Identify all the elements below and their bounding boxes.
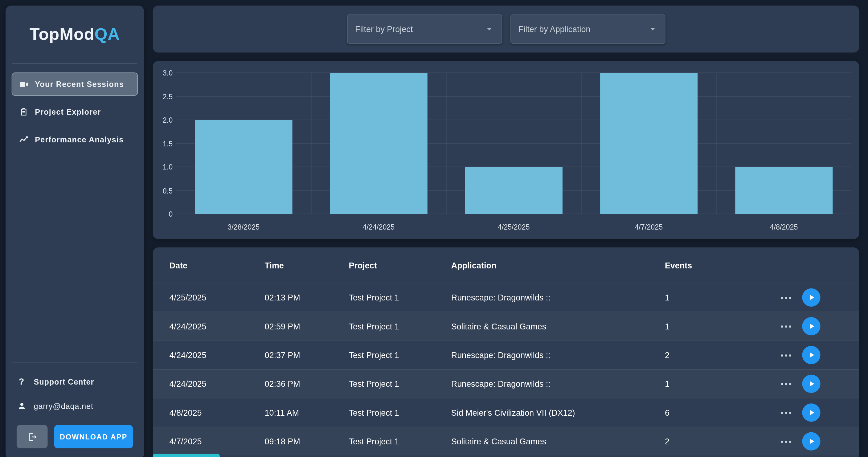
video-session-icon <box>19 79 29 89</box>
bar-4/7/2025 <box>600 73 697 214</box>
sidebar-item-project-explorer[interactable]: Project Explorer <box>12 100 138 123</box>
cell-project: Test Project 1 <box>349 350 451 360</box>
app-viewport: TopModQA Your Recent SessionsProject Exp… <box>0 0 868 457</box>
download-app-button[interactable]: DOWNLOAD APP <box>54 425 133 448</box>
cell-events: 1 <box>665 379 743 389</box>
cell-date: 4/24/2025 <box>169 350 265 360</box>
app-logo: TopModQA <box>5 5 144 63</box>
logout-icon <box>27 431 37 442</box>
sessions-table: DateTimeProjectApplicationEvents 4/25/20… <box>153 248 859 457</box>
play-session-button[interactable] <box>802 375 820 393</box>
sidebar-nav: Your Recent SessionsProject ExplorerPerf… <box>5 64 144 157</box>
cell-events: 1 <box>665 293 743 302</box>
table-header: DateTimeProjectApplicationEvents <box>153 248 859 283</box>
logo-text-qa: QA <box>95 25 120 44</box>
play-session-button[interactable] <box>802 288 820 306</box>
cell-events: 2 <box>665 350 743 360</box>
column-header-date: Date <box>169 260 265 270</box>
chart-plot-area <box>176 73 851 214</box>
sidebar-item-your-recent-sessions[interactable]: Your Recent Sessions <box>12 72 138 96</box>
table-row: 4/24/202502:36 PMTest Project 1Runescape… <box>153 369 859 398</box>
user-icon <box>17 401 27 411</box>
more-options-button[interactable]: ⋯ <box>780 320 792 332</box>
filter-by-application-dropdown[interactable]: Filter by Application <box>510 14 665 44</box>
cell-project: Test Project 1 <box>349 293 451 302</box>
cell-project: Test Project 1 <box>349 379 451 389</box>
sessions-bar-chart: 00.51.01.52.02.53.0 3/28/20254/24/20254/… <box>153 61 859 239</box>
logo-text-mod: Mod <box>60 25 94 44</box>
cell-time: 10:11 AM <box>265 408 349 418</box>
cell-application: Solitaire & Casual Games <box>451 437 665 446</box>
column-header-project: Project <box>349 260 451 270</box>
column-header-time: Time <box>265 260 349 270</box>
support-center-link[interactable]: ? Support Center <box>17 377 133 387</box>
bar-4/25/2025 <box>465 167 562 214</box>
table-row: 4/7/202509:18 PMTest Project 1Solitaire … <box>153 427 859 455</box>
sidebar-item-label: Performance Analysis <box>35 135 124 144</box>
chart-y-axis: 00.51.01.52.02.53.0 <box>153 73 173 214</box>
more-options-button[interactable]: ⋯ <box>780 406 792 419</box>
x-tick-label: 3/28/2025 <box>176 223 311 233</box>
cell-time: 02:13 PM <box>265 293 349 302</box>
x-tick-label: 4/25/2025 <box>446 223 581 233</box>
more-options-button[interactable]: ⋯ <box>780 349 792 361</box>
cell-project: Test Project 1 <box>349 321 451 331</box>
sidebar-item-label: Your Recent Sessions <box>35 80 124 89</box>
y-tick-label: 0 <box>168 210 173 219</box>
cell-application: Sid Meier's Civilization VII (DX12) <box>451 408 665 418</box>
cell-application: Solitaire & Casual Games <box>451 321 665 331</box>
cell-events: 6 <box>665 408 743 418</box>
row-actions: ⋯ <box>743 288 820 306</box>
sidebar-item-performance-analysis[interactable]: Performance Analysis <box>12 128 138 151</box>
play-icon <box>808 294 815 301</box>
chart-x-axis: 3/28/20254/24/20254/25/20254/7/20254/8/2… <box>176 223 851 233</box>
filter-project-label: Filter by Project <box>355 24 413 34</box>
play-icon <box>808 323 815 330</box>
cell-events: 1 <box>665 321 743 331</box>
row-actions: ⋯ <box>743 375 820 393</box>
sidebar-bottom-inner: ? Support Center garry@daqa.net DOWNLOAD… <box>5 362 144 457</box>
sidebar-item-label: Project Explorer <box>35 107 101 116</box>
filter-application-label: Filter by Application <box>519 24 591 34</box>
y-tick-label: 2.5 <box>163 93 173 101</box>
row-actions: ⋯ <box>743 317 820 335</box>
more-options-button[interactable]: ⋯ <box>780 378 792 390</box>
play-session-button[interactable] <box>802 317 820 335</box>
table-row: 4/24/202502:37 PMTest Project 1Runescape… <box>153 340 859 369</box>
chevron-down-icon <box>648 25 657 34</box>
play-icon <box>808 351 815 358</box>
more-options-button[interactable]: ⋯ <box>780 292 792 304</box>
sidebar: TopModQA Your Recent SessionsProject Exp… <box>5 5 144 457</box>
play-session-button[interactable] <box>802 403 820 422</box>
filter-by-project-dropdown[interactable]: Filter by Project <box>347 14 502 44</box>
cell-time: 02:37 PM <box>265 350 349 360</box>
cell-time: 09:18 PM <box>265 437 349 446</box>
sidebar-bottom: ? Support Center garry@daqa.net DOWNLOAD… <box>5 362 144 457</box>
filter-bar: Filter by Project Filter by Application <box>153 5 859 53</box>
table-row: 4/25/202502:13 PMTest Project 1Runescape… <box>153 283 859 312</box>
play-icon <box>808 409 815 416</box>
gridline <box>176 72 851 73</box>
row-actions: ⋯ <box>743 403 820 422</box>
support-center-label: Support Center <box>34 378 94 386</box>
play-session-button[interactable] <box>802 432 820 451</box>
more-options-button[interactable]: ⋯ <box>780 435 792 448</box>
cell-time: 02:59 PM <box>265 321 349 331</box>
cell-date: 4/8/2025 <box>169 408 265 418</box>
gridline-vertical <box>716 73 717 214</box>
table-row: 4/24/202502:59 PMTest Project 1Solitaire… <box>153 312 859 340</box>
y-tick-label: 1.5 <box>163 140 173 148</box>
play-session-button[interactable] <box>802 346 820 364</box>
logout-button[interactable] <box>17 425 48 448</box>
partial-bottom-widget[interactable] <box>153 454 220 457</box>
cell-events: 2 <box>665 437 743 446</box>
bar-4/24/2025 <box>330 73 427 214</box>
play-icon <box>808 380 815 387</box>
user-account-row: garry@daqa.net <box>17 401 133 411</box>
main-content: Filter by Project Filter by Application … <box>153 5 859 457</box>
x-tick-label: 4/8/2025 <box>716 223 851 233</box>
cell-project: Test Project 1 <box>349 408 451 418</box>
cell-date: 4/24/2025 <box>169 379 265 389</box>
bar-4/8/2025 <box>735 167 832 214</box>
gridline-vertical <box>446 73 447 214</box>
